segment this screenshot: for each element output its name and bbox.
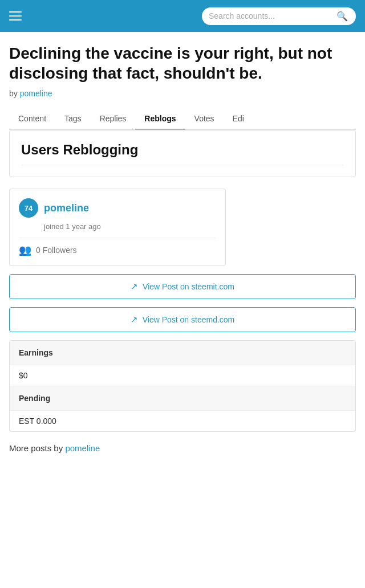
reblogs-title: Users Reblogging [21, 142, 344, 158]
more-posts: More posts by pomeline [9, 432, 356, 462]
tab-votes[interactable]: Votes [185, 108, 224, 130]
tabs-nav: Content Tags Replies Reblogs Votes Edi [9, 108, 356, 130]
tab-reblogs[interactable]: Reblogs [135, 108, 185, 130]
menu-icon[interactable] [9, 11, 22, 21]
tab-replies[interactable]: Replies [91, 108, 136, 130]
pending-value: EST 0.000 [10, 411, 355, 431]
main-content: Declining the vaccine is your right, but… [0, 32, 365, 462]
earnings-label: Earnings [19, 348, 53, 357]
search-icon: 🔍 [336, 11, 348, 22]
view-steemd-label: View Post on steemd.com [143, 315, 235, 324]
header: 🔍 [0, 0, 365, 32]
user-name[interactable]: pomeline [44, 202, 89, 214]
earnings-label-row: Earnings [10, 341, 355, 365]
followers-count: 0 Followers [36, 246, 77, 255]
external-link-icon-2: ↗ [131, 315, 138, 325]
post-author: by pomeline [9, 89, 356, 98]
view-steemit-label: View Post on steemit.com [143, 282, 234, 291]
author-prefix: by [9, 89, 18, 98]
view-steemd-button[interactable]: ↗ View Post on steemd.com [9, 307, 356, 332]
author-link[interactable]: pomeline [20, 89, 52, 98]
tab-tags[interactable]: Tags [55, 108, 91, 130]
user-divider [19, 238, 216, 238]
user-reputation-badge: 74 [19, 198, 38, 218]
user-followers: 👥 0 Followers [19, 244, 216, 256]
view-steemit-button[interactable]: ↗ View Post on steemit.com [9, 274, 356, 299]
more-posts-prefix: More posts by [9, 443, 63, 453]
external-link-icon: ↗ [131, 281, 138, 292]
tab-edit[interactable]: Edi [224, 108, 253, 130]
reblogs-section: Users Reblogging [9, 130, 356, 177]
post-title: Declining the vaccine is your right, but… [9, 43, 356, 83]
user-joined: joined 1 year ago [44, 222, 216, 231]
earnings-section: Earnings $0 Pending EST 0.000 [9, 340, 356, 432]
user-header: 74 pomeline [19, 198, 216, 218]
earnings-value: $0 [10, 365, 355, 386]
pending-label: Pending [19, 394, 50, 403]
pending-label-row: Pending [10, 386, 355, 411]
user-card: 74 pomeline joined 1 year ago 👥 0 Follow… [9, 189, 226, 266]
section-divider [21, 165, 344, 165]
followers-icon: 👥 [19, 244, 31, 256]
search-box: 🔍 [202, 7, 356, 25]
search-input[interactable] [209, 11, 334, 21]
more-posts-author-link[interactable]: pomeline [65, 443, 100, 453]
tab-content[interactable]: Content [9, 108, 55, 130]
